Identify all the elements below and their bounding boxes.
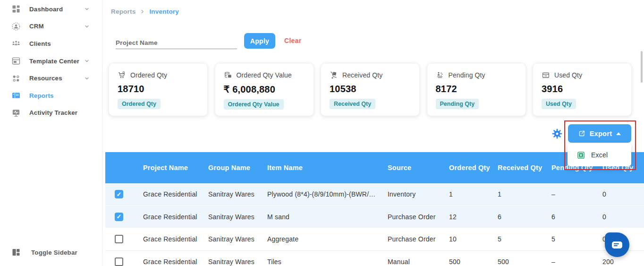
column-header-project-name: Project Name [133,164,198,172]
sidebar-item-activity-tracker[interactable]: Activity Tracker [0,104,102,122]
table-header: Project Name Group Name Item Name Source… [105,152,644,183]
stat-card-used-qty: Used Qty 3916 Used Qty [533,63,632,116]
cell-pending-qty: – [541,258,592,266]
column-header-received-qty: Received Qty [487,164,541,172]
gear-icon[interactable] [551,128,563,139]
export-button[interactable]: Export [568,124,631,143]
chevron-right-icon [140,9,145,14]
project-name-input-underline [116,49,237,49]
row-checkbox[interactable]: ✓ [115,213,123,221]
breadcrumb: Reports Inventory [111,8,179,15]
table-row: ✓ Grace Residential Sanitray Wares M san… [105,206,644,229]
stat-card-badge: Ordered Qty Value [224,99,284,110]
row-checkbox[interactable] [115,235,123,243]
cell-group-name: Sanitray Wares [198,258,257,266]
stat-card-value: 18710 [118,84,199,94]
cell-project-name: Grace Residential [133,235,198,243]
activity-tracker-icon [11,108,21,118]
cell-ordered-qty: 12 [439,213,487,221]
cell-used-qty: 0 [592,213,644,221]
vertical-scrollbar-thumb[interactable] [641,51,643,83]
sidebar-item-crm[interactable]: CRM [0,18,102,35]
cell-received-qty: 5 [487,235,541,243]
dashboard-icon [11,4,21,14]
sidebar: Dashboard CRM Clients Template Center Re… [0,0,102,266]
sidebar-item-resources[interactable]: Resources [0,69,102,87]
cell-used-qty: 0 [592,190,644,198]
chevron-down-icon [84,58,90,64]
cell-source: Inventory [377,190,439,198]
money-icon [224,71,232,79]
export-button-label: Export [590,130,612,137]
sidebar-item-label: Reports [29,92,54,99]
stat-card-title: Ordered Qty [130,71,167,79]
chevron-down-icon [84,24,90,29]
toggle-sidebar-icon [11,248,21,257]
toggle-sidebar-button[interactable]: Toggle Sidebar [0,244,102,260]
cell-item-name: M sand [257,213,377,221]
stat-cards: Ordered Qty 18710 Ordered Qty Ordered Qt… [109,63,632,116]
sidebar-item-label: Clients [29,40,51,47]
sidebar-item-label: Dashboard [29,6,63,13]
export-dropdown-menu: Excel [568,144,631,166]
sidebar-item-label: CRM [29,23,44,30]
clients-icon [11,39,21,48]
caret-up-icon [616,132,621,135]
cell-item-name: Tiles [257,258,377,266]
cell-project-name: Grace Residential [133,258,198,266]
clear-button[interactable]: Clear [284,37,302,44]
cell-group-name: Sanitray Wares [198,235,257,243]
cell-ordered-qty: 10 [439,235,487,243]
row-checkbox[interactable] [115,257,123,266]
project-name-input[interactable]: Project Name [116,39,158,46]
cell-used-qty: 200 [592,258,644,266]
sidebar-item-label: Resources [29,75,62,82]
stat-card-ordered-qty-value: Ordered Qty Value ₹ 6,008,880 Ordered Qt… [215,63,314,116]
stat-card-badge: Received Qty [330,99,375,109]
cell-source: Purchase Order [377,213,439,221]
sidebar-item-template-center[interactable]: Template Center [0,52,102,70]
stat-card-pending-qty: Pending Qty 8172 Pending Qty [427,63,526,116]
sidebar-nav: Dashboard CRM Clients Template Center Re… [0,0,102,121]
reports-icon [11,91,21,100]
chevron-down-icon [84,6,90,12]
cell-pending-qty: 6 [541,213,592,221]
stat-card-received-qty: Received Qty 10538 Received Qty [321,63,420,116]
template-center-icon [11,56,21,66]
chat-widget-button[interactable] [605,232,629,257]
export-menu-item-label: Excel [591,151,608,159]
inventory-table: Project Name Group Name Item Name Source… [105,152,644,266]
sidebar-item-reports[interactable]: Reports [0,87,102,104]
stat-card-value: 3916 [542,84,623,94]
stat-card-value: 8172 [436,84,517,94]
row-checkbox[interactable]: ✓ [115,190,123,198]
cell-pending-qty: – [541,190,592,198]
sidebar-item-label: Template Center [29,58,79,65]
pending-icon [436,71,444,79]
sidebar-item-clients[interactable]: Clients [0,35,102,52]
table-row: ✓ Grace Residential Sanitray Wares Plywo… [105,183,644,206]
cell-item-name: Plywood (8*4)-(8/9/10mm)-(BWR/… [257,190,377,198]
cell-group-name: Sanitray Wares [198,213,257,221]
stat-card-badge: Ordered Qty [118,99,161,109]
cell-source: Purchase Order [377,235,439,243]
cell-received-qty: 500 [487,258,541,266]
chat-icon [612,241,622,249]
export-icon [578,130,585,137]
sidebar-item-dashboard[interactable]: Dashboard [0,0,102,18]
column-header-group-name: Group Name [198,164,257,172]
cart-icon [118,71,126,79]
crm-icon [11,22,21,31]
export-menu-item-excel[interactable]: Excel [568,144,631,166]
cell-project-name: Grace Residential [133,190,198,198]
breadcrumb-reports-link[interactable]: Reports [111,8,136,15]
stat-card-title: Received Qty [342,71,382,79]
column-header-ordered-qty: Ordered Qty [439,164,487,172]
table-row: Grace Residential Sanitray Wares Aggrega… [105,228,644,251]
resources-icon [11,74,21,83]
cell-received-qty: 1 [487,190,541,198]
cell-project-name: Grace Residential [133,213,198,221]
breadcrumb-inventory-link[interactable]: Inventory [149,8,179,15]
apply-button[interactable]: Apply [244,33,275,49]
stat-card-value: ₹ 6,008,880 [224,84,305,95]
